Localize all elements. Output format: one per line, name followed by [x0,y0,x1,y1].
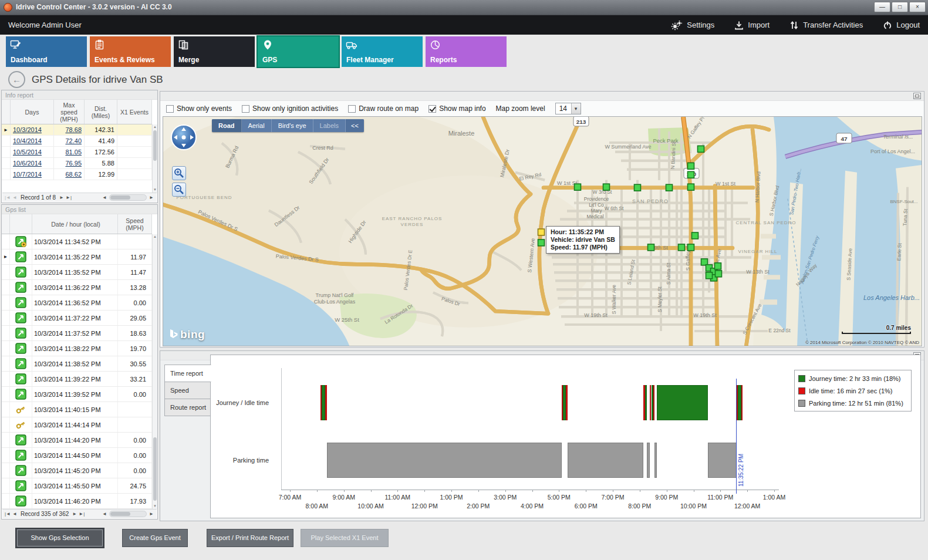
max-speed-link[interactable]: 72.40 [65,137,82,144]
checkbox-show-map-info[interactable]: Show map info [428,104,485,113]
nav-tile-gps[interactable]: GPS [258,36,339,67]
checkbox-box-icon[interactable] [428,105,436,113]
gps-list-row[interactable]: 10/3/2014 11:37:22 PM29.05 [2,311,152,326]
info-column-header[interactable]: Dist. (Miles) [85,100,117,124]
day-link[interactable]: 10/7/2014 [13,171,42,178]
max-speed-link[interactable]: 81.05 [65,149,82,156]
footer-button-export-print-route-report[interactable]: Export / Print Route Report [207,529,293,547]
info-report-pager[interactable]: |◄◄Record 1 of 8►►|◄► [2,193,157,202]
info-report-row[interactable]: 10/4/201472.4041.49 [2,136,152,147]
gps-list-row[interactable]: ►10/3/2014 11:35:22 PM11.97 [2,249,152,265]
scrollbar-thumb[interactable] [110,195,130,200]
scroll-left-icon[interactable]: ◄ [101,195,108,200]
map-panel-collapse-button[interactable] [913,93,921,99]
gps-marker[interactable] [666,184,673,191]
gps-list-row[interactable]: 10/3/2014 11:44:14 PM [2,417,152,433]
info-column-header[interactable]: X1 Events [117,100,152,124]
gps-list-row[interactable]: 10/3/2014 11:36:52 PM0.00 [2,295,152,311]
chart-tab-route-report[interactable]: Route report [164,399,211,416]
nav-tile-reports[interactable]: Reports [426,36,507,67]
selected-gps-marker[interactable] [538,229,545,235]
gps-vertical-scrollbar[interactable]: ▲ ▼ [152,234,157,509]
checkbox-show-only-ignition-activities[interactable]: Show only ignition activities [242,104,338,113]
gps-marker[interactable] [688,184,694,190]
checkbox-draw-route-on-map[interactable]: Draw route on map [348,104,419,113]
topbar-action-logout[interactable]: Logout [883,21,920,30]
gps-marker[interactable] [698,146,704,152]
info-vertical-scrollbar[interactable]: ▲ ▼ [152,124,157,193]
gps-pager-first-button[interactable]: |◄ [4,511,11,517]
gps-marker[interactable] [716,271,722,277]
max-speed-link[interactable]: 76.95 [65,160,82,167]
close-button[interactable]: × [909,2,926,12]
gps-marker[interactable] [688,244,694,251]
scroll-left-icon[interactable]: ◄ [101,511,108,517]
gps-list-row[interactable]: 10/3/2014 11:44:20 PM0.00 [2,433,152,448]
gps-list-row[interactable]: 10/3/2014 11:46:20 PM17.93 [2,494,152,509]
map-pan-control[interactable] [170,124,197,153]
gps-pager-prev-button[interactable]: ◄ [11,511,18,517]
gps-list-pager[interactable]: |◄◄Record 335 of 362►►|◄► [2,509,157,518]
info-report-row[interactable]: 10/7/201468.6212.99 [2,169,152,180]
gps-list-row[interactable]: 10/3/2014 11:34:52 PM [2,234,152,249]
gps-list-row[interactable]: 10/3/2014 11:45:20 PM0.00 [2,463,152,478]
maximize-button[interactable]: □ [892,2,908,12]
nav-tile-events[interactable]: Events & Reviews [90,36,171,67]
info-pager-prev-button[interactable]: ◄ [11,195,18,200]
minimize-button[interactable]: — [874,2,890,12]
info-pager-first-button[interactable]: |◄ [4,195,11,200]
nav-tile-dashboard[interactable]: Dashboard [6,36,87,67]
info-report-row[interactable]: 10/5/201481.05172.56 [2,147,152,158]
topbar-action-import[interactable]: Import [734,21,770,30]
gps-column-header[interactable]: Speed (MPH) [118,214,152,234]
gps-list-row[interactable]: 10/3/2014 11:35:52 PM11.47 [2,265,152,280]
gps-list-row[interactable]: 10/3/2014 11:39:22 PM33.21 [2,372,152,387]
info-pager-next-button[interactable]: ► [58,195,65,200]
checkbox-box-icon[interactable] [348,105,356,113]
gps-list-row[interactable]: 10/3/2014 11:37:52 PM18.63 [2,326,152,341]
info-pager-hscrollbar[interactable]: ◄► [101,194,155,201]
gps-pager-last-button[interactable]: ►| [78,511,85,517]
gps-list-row[interactable]: 10/3/2014 11:39:52 PM0.00 [2,387,152,402]
map-style-road[interactable]: Road [212,119,242,132]
gps-pager-next-button[interactable]: ► [71,511,78,517]
info-column-header[interactable]: Max speed (MPH) [54,100,85,124]
chart-tab-speed-graphic[interactable]: Speed graphic [164,382,211,399]
checkbox-show-only-events[interactable]: Show only events [166,104,232,113]
day-link[interactable]: 10/6/2014 [13,160,42,167]
nav-tile-fleet[interactable]: Fleet Manager [342,36,423,67]
map-style-labels[interactable]: Labels [313,119,346,132]
gps-marker[interactable] [706,272,713,279]
topbar-action-transfer[interactable]: Transfer Activities [789,21,863,30]
day-link[interactable]: 10/5/2014 [13,149,42,156]
gps-marker[interactable] [688,171,694,178]
map-zoom-out-button[interactable] [172,183,186,197]
checkbox-box-icon[interactable] [166,105,174,113]
time-cursor-line[interactable] [736,379,737,494]
max-speed-link[interactable]: 68.62 [65,171,82,178]
gps-marker[interactable] [679,244,685,251]
gps-marker[interactable] [688,163,694,169]
map-style-bird-s-eye[interactable]: Bird's eye [272,119,313,132]
gps-list-row[interactable]: 10/3/2014 11:38:22 PM19.70 [2,341,152,356]
scroll-right-icon[interactable]: ► [148,195,155,200]
chevron-down-icon[interactable]: ▾ [571,103,581,114]
scroll-down-icon[interactable]: ▼ [153,187,157,193]
scroll-down-icon[interactable]: ▼ [153,504,157,509]
gps-marker[interactable] [635,184,641,191]
info-report-row[interactable]: 10/6/201476.955.88 [2,158,152,169]
scrollbar-thumb[interactable] [110,512,130,516]
footer-button-show-gps-selection[interactable]: Show Gps Selection [16,529,103,547]
map-canvas[interactable]: MiralestePeck ParkW Summerland AveCrest … [163,116,922,346]
day-link[interactable]: 10/4/2014 [13,137,42,144]
gps-list-row[interactable]: 10/3/2014 11:44:50 PM0.00 [2,448,152,463]
map-zoom-in-button[interactable] [172,166,186,180]
max-speed-link[interactable]: 78.68 [65,126,82,133]
gps-pager-hscrollbar[interactable]: ◄► [101,511,155,517]
gps-marker[interactable] [648,244,654,251]
footer-button-create-gps-event[interactable]: Create Gps Event [122,529,188,547]
chart-tab-time-report[interactable]: Time report [164,365,211,382]
gps-list-row[interactable]: 10/3/2014 11:38:52 PM30.55 [2,356,152,372]
day-link[interactable]: 10/3/2014 [13,126,42,133]
gps-list-row[interactable]: 10/3/2014 11:45:50 PM24.75 [2,478,152,494]
